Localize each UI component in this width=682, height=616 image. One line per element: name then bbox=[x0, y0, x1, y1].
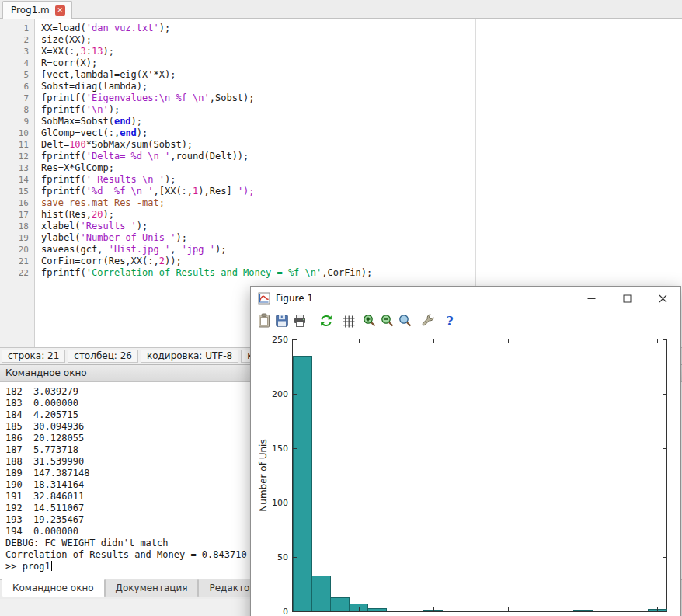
code-line: fprintf(' Results \n '); bbox=[41, 174, 682, 186]
y-tick-mark bbox=[663, 503, 666, 503]
y-tick-mark bbox=[663, 557, 666, 558]
tools-icon[interactable] bbox=[420, 313, 436, 329]
zoom-in-icon[interactable] bbox=[362, 313, 378, 329]
line-number: 9 bbox=[0, 116, 34, 127]
code-line: R=corr(X); bbox=[41, 57, 682, 69]
line-number: 22 bbox=[0, 267, 34, 279]
line-number: 15 bbox=[0, 186, 34, 197]
window-controls bbox=[573, 287, 680, 310]
line-number: 13 bbox=[0, 162, 34, 174]
figure-app-icon bbox=[258, 292, 270, 305]
tab-close-icon[interactable]: ✕ bbox=[55, 5, 65, 16]
editor-tab-bar: Prog1.m ✕ bbox=[0, 0, 682, 19]
line-number: 19 bbox=[0, 232, 34, 244]
code-line: ylabel('Number of Unis '); bbox=[41, 232, 682, 244]
histogram-bar bbox=[367, 608, 387, 611]
line-number: 21 bbox=[0, 256, 34, 267]
line-number: 16 bbox=[0, 197, 34, 209]
x-tick-mark bbox=[508, 607, 509, 611]
maximize-button[interactable] bbox=[609, 287, 645, 310]
svg-text:?: ? bbox=[446, 314, 453, 329]
grid-icon[interactable] bbox=[341, 313, 357, 329]
line-number: 6 bbox=[0, 81, 34, 92]
y-tick-mark bbox=[663, 339, 666, 340]
clipboard-icon[interactable] bbox=[256, 313, 272, 329]
y-tick-mark bbox=[293, 394, 297, 395]
code-line: Delt=100*SobMax/sum(Sobst); bbox=[41, 139, 682, 151]
code-line: fprintf('%d %f \n ',[XX(:,1),Res] '); bbox=[41, 186, 682, 197]
line-number: 20 bbox=[0, 244, 34, 256]
code-line: fprintf('Correlation of Results and Mone… bbox=[41, 267, 682, 279]
line-number: 18 bbox=[0, 221, 34, 232]
code-line: SobMax=Sobst(end); bbox=[41, 116, 682, 127]
status-cell: столбец: 26 bbox=[68, 350, 138, 363]
text-cursor bbox=[51, 561, 53, 571]
code-line: XX=load('dan_vuz.txt'); bbox=[41, 23, 682, 34]
y-tick-label: 50 bbox=[263, 552, 288, 562]
line-number: 5 bbox=[0, 69, 34, 81]
y-tick-mark bbox=[663, 394, 666, 395]
code-line: xlabel('Results '); bbox=[41, 221, 682, 232]
y-tick-mark bbox=[293, 448, 297, 449]
y-tick-label: 250 bbox=[263, 335, 288, 345]
help-icon[interactable]: ? bbox=[442, 313, 458, 329]
line-number: 7 bbox=[0, 92, 34, 104]
line-number-gutter: 12345678910111213141516171819202122 bbox=[0, 19, 35, 347]
code-line: save res.mat Res -mat; bbox=[41, 197, 682, 209]
x-tick-mark bbox=[657, 339, 658, 343]
line-number: 4 bbox=[0, 57, 34, 69]
code-line: [vect,lambda]=eig(X'*X); bbox=[41, 69, 682, 81]
close-button[interactable] bbox=[645, 287, 680, 310]
y-tick-mark bbox=[663, 448, 666, 449]
minimize-button[interactable] bbox=[573, 287, 609, 310]
line-number: 12 bbox=[0, 151, 34, 162]
code-line: saveas(gcf, 'Hist.jpg ', 'jpg '); bbox=[41, 244, 682, 256]
line-number: 14 bbox=[0, 174, 34, 186]
status-cell: кодировка: UTF-8 bbox=[141, 350, 238, 363]
zoom-out-icon[interactable] bbox=[380, 313, 395, 329]
code-line: GlComp=vect(:,end); bbox=[41, 127, 682, 139]
panel-tab[interactable]: Командное окно bbox=[2, 579, 105, 597]
x-tick-mark bbox=[657, 607, 658, 611]
code-line: size(XX); bbox=[41, 34, 682, 46]
y-tick-mark bbox=[293, 557, 297, 558]
line-number: 10 bbox=[0, 127, 34, 139]
line-number: 17 bbox=[0, 209, 34, 221]
y-tick-mark bbox=[663, 611, 666, 611]
line-number: 11 bbox=[0, 139, 34, 151]
figure-canvas: Number of Unis 050100150200250 bbox=[251, 332, 680, 616]
refresh-icon[interactable] bbox=[318, 313, 334, 329]
x-tick-mark bbox=[359, 607, 360, 611]
figure-window[interactable]: Figure 1 ? Number of Unis 05010015020025… bbox=[250, 286, 681, 616]
figure-toolbar: ? bbox=[251, 310, 680, 332]
code-line: Res=X*GlComp; bbox=[41, 162, 682, 174]
y-tick-label: 150 bbox=[263, 444, 288, 454]
editor-tab-prog1[interactable]: Prog1.m ✕ bbox=[2, 1, 72, 19]
code-line: fprintf('Delta= %d \n ',round(Delt)); bbox=[41, 151, 682, 162]
panel-tab[interactable]: Документация bbox=[105, 579, 199, 597]
code-line: CorFin=corr(Res,XX(:,2)); bbox=[41, 256, 682, 267]
line-number: 8 bbox=[0, 104, 34, 116]
plot-axes: 050100150200250 bbox=[292, 339, 667, 612]
y-tick-label: 0 bbox=[263, 607, 288, 616]
figure-title-bar[interactable]: Figure 1 bbox=[251, 287, 680, 310]
code-line: X=XX(:,3:13); bbox=[41, 46, 682, 57]
histogram-bar bbox=[330, 597, 350, 611]
line-number: 2 bbox=[0, 34, 34, 46]
command-window-title: Командное окно bbox=[5, 367, 87, 378]
line-number: 1 bbox=[0, 23, 34, 34]
zoom-reset-icon[interactable] bbox=[398, 313, 413, 329]
x-tick-mark bbox=[583, 607, 583, 611]
save-icon[interactable] bbox=[274, 313, 290, 329]
x-tick-mark bbox=[433, 339, 434, 343]
y-tick-label: 100 bbox=[263, 498, 288, 508]
x-tick-mark bbox=[359, 339, 360, 343]
code-line: Sobst=diag(lambda); bbox=[41, 81, 682, 92]
x-tick-mark bbox=[433, 607, 434, 611]
code-line: fprintf('Eigenvalues:\n %f \n',Sobst); bbox=[41, 92, 682, 104]
code-line: fprintf('\n'); bbox=[41, 104, 682, 116]
print-icon[interactable] bbox=[292, 313, 308, 329]
y-tick-mark bbox=[293, 503, 297, 503]
y-tick-mark bbox=[293, 339, 297, 340]
x-tick-mark bbox=[583, 339, 583, 343]
